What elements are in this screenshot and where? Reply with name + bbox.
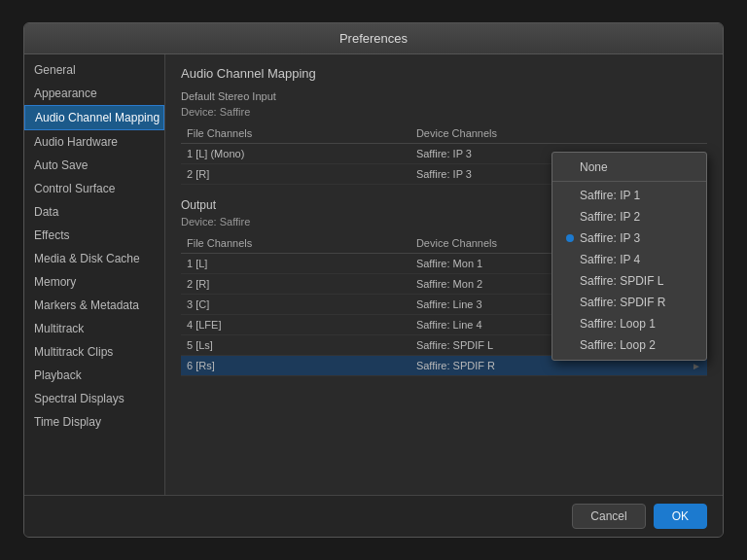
sidebar-item-media-disk-cache[interactable]: Media & Disk Cache [24, 247, 164, 270]
dropdown-item-2[interactable]: Saffire: IP 2 [552, 206, 706, 228]
dropdown-item-label: Saffire: Loop 2 [580, 338, 656, 352]
input-file-ch-1: 2 [R] [181, 164, 410, 185]
dropdown-item-label: Saffire: SPDIF L [580, 274, 663, 288]
dropdown-item-label: None [580, 160, 608, 174]
dropdown-item-0[interactable]: None [552, 157, 706, 178]
selected-indicator [566, 234, 574, 242]
sidebar-item-spectral-displays[interactable]: Spectral Displays [24, 387, 164, 410]
dropdown-item-label: Saffire: IP 1 [580, 189, 640, 202]
main-content: Audio Channel Mapping Default Stereo Inp… [165, 54, 723, 495]
sidebar-item-playback[interactable]: Playback [24, 364, 164, 387]
sidebar-item-appearance[interactable]: Appearance [24, 82, 164, 105]
sidebar-item-multitrack-clips[interactable]: Multitrack Clips [24, 340, 164, 364]
preferences-dialog: Preferences GeneralAppearanceAudio Chann… [23, 22, 724, 538]
dialog-footer: Cancel OK [24, 495, 723, 537]
dropdown-item-7[interactable]: Saffire: Loop 1 [552, 313, 706, 334]
channel-dropdown[interactable]: NoneSaffire: IP 1Saffire: IP 2Saffire: I… [551, 152, 707, 361]
sidebar-item-audio-channel-mapping[interactable]: Audio Channel Mapping [24, 105, 164, 130]
input-section-label: Default Stereo Input [181, 90, 707, 102]
dropdown-item-1[interactable]: Saffire: IP 1 [552, 185, 706, 206]
output-file-ch-5: 6 [Rs] [181, 356, 410, 376]
dropdown-item-label: Saffire: IP 2 [580, 210, 640, 224]
input-file-ch-0: 1 [L] (Mono) [181, 144, 410, 164]
sidebar-item-markers-metadata[interactable]: Markers & Metadata [24, 294, 164, 317]
dialog-body: GeneralAppearanceAudio Channel MappingAu… [24, 54, 723, 495]
output-file-ch-4: 5 [Ls] [181, 335, 410, 356]
dropdown-item-label: Saffire: SPDIF R [580, 296, 665, 309]
output-file-ch-2: 3 [C] [181, 295, 410, 315]
output-file-ch-0: 1 [L] [181, 254, 410, 274]
sidebar-item-general[interactable]: General [24, 58, 164, 82]
dropdown-item-8[interactable]: Saffire: Loop 2 [552, 334, 706, 356]
input-col2-header: Device Channels [410, 123, 686, 144]
input-col1-header: File Channels [181, 123, 410, 144]
dialog-title: Preferences [24, 23, 723, 54]
sidebar-item-auto-save[interactable]: Auto Save [24, 154, 164, 177]
sidebar-item-audio-hardware[interactable]: Audio Hardware [24, 130, 164, 154]
dropdown-item-label: Saffire: IP 4 [580, 253, 640, 266]
dropdown-item-label: Saffire: IP 3 [580, 231, 640, 245]
dropdown-item-5[interactable]: Saffire: SPDIF L [552, 270, 706, 292]
sidebar-item-effects[interactable]: Effects [24, 224, 164, 247]
section-title: Audio Channel Mapping [181, 66, 707, 81]
sidebar: GeneralAppearanceAudio Channel MappingAu… [24, 54, 165, 495]
dropdown-item-label: Saffire: Loop 1 [580, 317, 656, 331]
dropdown-item-3[interactable]: Saffire: IP 3 [552, 228, 706, 249]
sidebar-item-time-display[interactable]: Time Display [24, 410, 164, 434]
sidebar-item-memory[interactable]: Memory [24, 270, 164, 294]
output-file-ch-1: 2 [R] [181, 274, 410, 295]
output-file-ch-3: 4 [LFE] [181, 315, 410, 335]
ok-button[interactable]: OK [654, 504, 707, 529]
input-device-label: Device: Saffire [181, 106, 707, 118]
cancel-button[interactable]: Cancel [572, 504, 645, 529]
sidebar-item-multitrack[interactable]: Multitrack [24, 317, 164, 340]
sidebar-item-data[interactable]: Data [24, 200, 164, 224]
sidebar-item-control-surface[interactable]: Control Surface [24, 177, 164, 200]
dropdown-item-4[interactable]: Saffire: IP 4 [552, 249, 706, 270]
dropdown-item-6[interactable]: Saffire: SPDIF R [552, 292, 706, 313]
output-col1-header: File Channels [181, 233, 410, 254]
